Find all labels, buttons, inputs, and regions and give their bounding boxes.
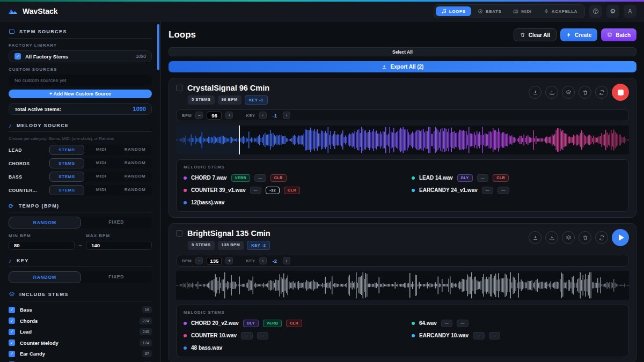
include-chords-row[interactable]: Chords 274 bbox=[9, 317, 152, 325]
stem-name: LEAD 14.wav bbox=[419, 175, 453, 181]
clear-badge[interactable]: CLR bbox=[284, 187, 300, 194]
tab-acapella[interactable]: ACAPELLA bbox=[538, 6, 583, 16]
tab-beats[interactable]: BEATS bbox=[472, 6, 507, 16]
chords-midi-option[interactable]: MIDI bbox=[84, 158, 118, 168]
sidebar-scrollbar[interactable] bbox=[157, 24, 159, 70]
tempo-fixed-option[interactable]: FIXED bbox=[81, 217, 152, 228]
bass-random-option[interactable]: RANDOM bbox=[118, 172, 152, 182]
loop-1-bpm-decrease-button[interactable]: − bbox=[195, 112, 203, 119]
loop-1-key-down-button[interactable]: ‹ bbox=[259, 112, 267, 119]
tab-loops[interactable]: LOOPS bbox=[436, 6, 471, 16]
tab-midi[interactable]: MIDI bbox=[508, 6, 537, 16]
factory-stems-row[interactable]: All Factory Stems 1090 bbox=[9, 50, 152, 62]
loop-1-waveform[interactable] bbox=[176, 125, 629, 154]
clear-badge[interactable]: CLR bbox=[493, 174, 509, 182]
loop-2-waveform[interactable] bbox=[176, 271, 629, 300]
layers-icon bbox=[566, 90, 572, 95]
loop-2-bpm-increase-button[interactable]: + bbox=[225, 257, 233, 264]
loop-1-key-up-button[interactable]: › bbox=[283, 112, 290, 119]
empty-effect-badge[interactable]: — bbox=[482, 187, 494, 194]
empty-effect-badge[interactable]: — bbox=[250, 187, 262, 194]
lead-random-option[interactable]: RANDOM bbox=[118, 145, 152, 155]
stack-icon bbox=[607, 32, 612, 38]
loop-2-key-up-button[interactable]: › bbox=[283, 257, 290, 264]
clear-badge[interactable]: CLR bbox=[270, 174, 287, 182]
create-button[interactable]: Create bbox=[560, 28, 597, 41]
max-bpm-input[interactable]: 140 bbox=[86, 241, 152, 250]
lead-midi-option[interactable]: MIDI bbox=[84, 145, 118, 155]
key-random-option[interactable]: RANDOM bbox=[9, 271, 81, 283]
loop-2-control-bar: BPM − 135 + KEY ‹ -2 › bbox=[176, 255, 629, 267]
stem-name: COUNTER 10.wav bbox=[191, 333, 237, 338]
include-bass-checkbox[interactable] bbox=[9, 307, 15, 313]
select-all-bar[interactable]: Select All bbox=[169, 47, 636, 56]
loop-1-bpm-increase-button[interactable]: + bbox=[225, 112, 233, 119]
include-ear-candy-checkbox[interactable] bbox=[9, 351, 15, 357]
empty-effect-badge[interactable]: — bbox=[254, 174, 266, 182]
include-lead-row[interactable]: Lead 245 bbox=[9, 328, 152, 336]
delay-badge[interactable]: DLY bbox=[457, 174, 473, 182]
bass-stems-option[interactable]: STEMS bbox=[49, 172, 84, 182]
export-all-button[interactable]: Export All (2) bbox=[169, 61, 636, 72]
empty-effect-badge[interactable]: — bbox=[257, 332, 269, 339]
stem-dot bbox=[184, 189, 187, 192]
loop-2-download-button[interactable] bbox=[529, 231, 541, 244]
clear-all-button[interactable]: Clear All bbox=[514, 28, 557, 41]
include-counter-melody-checkbox[interactable] bbox=[9, 339, 15, 346]
counter-stems-option[interactable]: STEMS bbox=[49, 185, 84, 195]
melody-row-bass: BASS STEMS MIDI RANDOM bbox=[9, 172, 152, 182]
help-button[interactable] bbox=[589, 5, 602, 18]
counter-midi-option[interactable]: MIDI bbox=[84, 185, 118, 195]
add-custom-source-button[interactable]: + Add New Custom Source bbox=[9, 90, 152, 98]
loop-1-bpm-value[interactable]: 96 bbox=[207, 112, 222, 120]
bass-midi-option[interactable]: MIDI bbox=[84, 172, 118, 182]
loop-2-regenerate-button[interactable] bbox=[595, 231, 608, 244]
include-stems-title: INCLUDE STEMS bbox=[19, 292, 69, 297]
empty-effect-badge[interactable]: — bbox=[457, 320, 469, 327]
verb-badge[interactable]: VERB bbox=[263, 320, 282, 327]
min-bpm-input[interactable]: 80 bbox=[9, 241, 75, 250]
loop-1-download-stems-button[interactable] bbox=[545, 86, 558, 99]
loop-1-stop-button[interactable] bbox=[612, 84, 629, 101]
chords-stems-option[interactable]: STEMS bbox=[49, 158, 84, 168]
include-lead-checkbox[interactable] bbox=[9, 329, 15, 335]
loop-1-delete-button[interactable] bbox=[579, 86, 591, 99]
melody-row-lead-label: LEAD bbox=[9, 147, 49, 153]
empty-effect-badge[interactable]: — bbox=[489, 332, 501, 339]
empty-effect-badge[interactable]: — bbox=[241, 332, 253, 339]
account-button[interactable] bbox=[624, 5, 636, 18]
loop-2-download-stems-button[interactable] bbox=[545, 231, 558, 244]
counter-random-option[interactable]: RANDOM bbox=[118, 185, 152, 195]
include-bass-row[interactable]: Bass 19 bbox=[9, 306, 152, 314]
empty-effect-badge[interactable]: — bbox=[473, 332, 485, 339]
loop-2-layers-button[interactable] bbox=[562, 231, 575, 244]
empty-effect-badge[interactable]: — bbox=[477, 174, 489, 182]
loop-2-checkbox[interactable] bbox=[176, 230, 182, 237]
loop-1-download-button[interactable] bbox=[529, 86, 541, 99]
loop-2-play-button[interactable] bbox=[612, 229, 629, 246]
loop-1-checkbox[interactable] bbox=[176, 85, 182, 91]
pitch-badge[interactable]: -12 bbox=[266, 187, 280, 194]
empty-effect-badge[interactable]: — bbox=[497, 187, 509, 194]
tempo-random-option[interactable]: RANDOM bbox=[9, 217, 81, 228]
loop-2-delete-button[interactable] bbox=[579, 231, 591, 244]
loop-1-regenerate-button[interactable] bbox=[595, 86, 608, 99]
chords-random-option[interactable]: RANDOM bbox=[118, 158, 152, 168]
key-fixed-option[interactable]: FIXED bbox=[81, 271, 152, 283]
empty-effect-badge[interactable]: — bbox=[441, 320, 453, 327]
clear-badge[interactable]: CLR bbox=[286, 320, 302, 327]
batch-button[interactable]: Batch bbox=[601, 28, 636, 41]
melody-row-lead: LEAD STEMS MIDI RANDOM bbox=[9, 145, 152, 155]
delay-badge[interactable]: DLY bbox=[243, 320, 259, 327]
factory-stems-checkbox[interactable] bbox=[14, 53, 21, 60]
verb-badge[interactable]: VERB bbox=[231, 174, 250, 182]
loop-2-bpm-value[interactable]: 135 bbox=[207, 257, 222, 265]
loop-2-bpm-decrease-button[interactable]: − bbox=[195, 257, 203, 264]
include-ear-candy-row[interactable]: Ear Candy 87 bbox=[9, 350, 152, 358]
loop-2-key-down-button[interactable]: ‹ bbox=[259, 257, 267, 264]
include-chords-checkbox[interactable] bbox=[9, 317, 15, 324]
settings-button[interactable]: ⚙ bbox=[606, 5, 619, 18]
loop-1-layers-button[interactable] bbox=[562, 86, 575, 99]
include-counter-melody-row[interactable]: Counter Melody 174 bbox=[9, 339, 152, 347]
lead-stems-option[interactable]: STEMS bbox=[49, 145, 84, 155]
